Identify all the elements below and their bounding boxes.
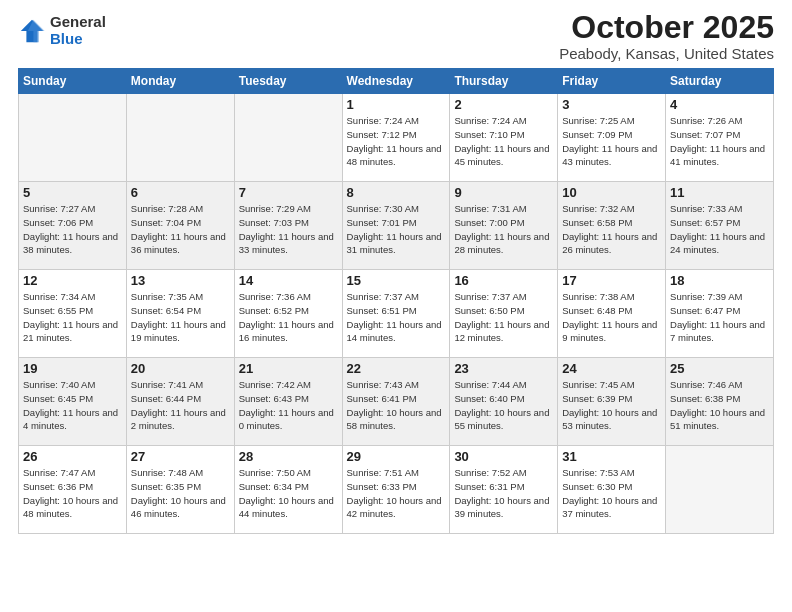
title-block: October 2025 Peabody, Kansas, United Sta… [559,10,774,62]
col-thursday: Thursday [450,69,558,94]
table-row: 6Sunrise: 7:28 AMSunset: 7:04 PMDaylight… [126,182,234,270]
calendar-header-row: Sunday Monday Tuesday Wednesday Thursday… [19,69,774,94]
col-wednesday: Wednesday [342,69,450,94]
logo-blue-text: Blue [50,31,106,48]
day-info: Sunrise: 7:30 AMSunset: 7:01 PMDaylight:… [347,202,446,257]
day-info: Sunrise: 7:38 AMSunset: 6:48 PMDaylight:… [562,290,661,345]
day-info: Sunrise: 7:33 AMSunset: 6:57 PMDaylight:… [670,202,769,257]
location: Peabody, Kansas, United States [559,45,774,62]
day-number: 30 [454,449,553,464]
day-info: Sunrise: 7:31 AMSunset: 7:00 PMDaylight:… [454,202,553,257]
day-number: 21 [239,361,338,376]
day-number: 22 [347,361,446,376]
day-number: 26 [23,449,122,464]
day-number: 11 [670,185,769,200]
day-number: 1 [347,97,446,112]
day-number: 13 [131,273,230,288]
table-row: 21Sunrise: 7:42 AMSunset: 6:43 PMDayligh… [234,358,342,446]
table-row: 8Sunrise: 7:30 AMSunset: 7:01 PMDaylight… [342,182,450,270]
table-row: 18Sunrise: 7:39 AMSunset: 6:47 PMDayligh… [666,270,774,358]
table-row: 10Sunrise: 7:32 AMSunset: 6:58 PMDayligh… [558,182,666,270]
day-number: 4 [670,97,769,112]
day-info: Sunrise: 7:43 AMSunset: 6:41 PMDaylight:… [347,378,446,433]
col-monday: Monday [126,69,234,94]
day-info: Sunrise: 7:41 AMSunset: 6:44 PMDaylight:… [131,378,230,433]
day-number: 8 [347,185,446,200]
day-info: Sunrise: 7:24 AMSunset: 7:10 PMDaylight:… [454,114,553,169]
day-info: Sunrise: 7:50 AMSunset: 6:34 PMDaylight:… [239,466,338,521]
table-row: 1Sunrise: 7:24 AMSunset: 7:12 PMDaylight… [342,94,450,182]
table-row: 24Sunrise: 7:45 AMSunset: 6:39 PMDayligh… [558,358,666,446]
logo-icon [18,17,46,45]
table-row: 28Sunrise: 7:50 AMSunset: 6:34 PMDayligh… [234,446,342,534]
calendar-week-row: 26Sunrise: 7:47 AMSunset: 6:36 PMDayligh… [19,446,774,534]
table-row: 7Sunrise: 7:29 AMSunset: 7:03 PMDaylight… [234,182,342,270]
table-row [666,446,774,534]
day-info: Sunrise: 7:26 AMSunset: 7:07 PMDaylight:… [670,114,769,169]
table-row: 25Sunrise: 7:46 AMSunset: 6:38 PMDayligh… [666,358,774,446]
day-number: 7 [239,185,338,200]
calendar-week-row: 5Sunrise: 7:27 AMSunset: 7:06 PMDaylight… [19,182,774,270]
page: General Blue October 2025 Peabody, Kansa… [0,0,792,612]
day-info: Sunrise: 7:52 AMSunset: 6:31 PMDaylight:… [454,466,553,521]
day-number: 31 [562,449,661,464]
day-info: Sunrise: 7:47 AMSunset: 6:36 PMDaylight:… [23,466,122,521]
day-number: 6 [131,185,230,200]
table-row: 16Sunrise: 7:37 AMSunset: 6:50 PMDayligh… [450,270,558,358]
day-number: 23 [454,361,553,376]
day-info: Sunrise: 7:28 AMSunset: 7:04 PMDaylight:… [131,202,230,257]
day-info: Sunrise: 7:37 AMSunset: 6:51 PMDaylight:… [347,290,446,345]
day-info: Sunrise: 7:48 AMSunset: 6:35 PMDaylight:… [131,466,230,521]
table-row: 29Sunrise: 7:51 AMSunset: 6:33 PMDayligh… [342,446,450,534]
day-info: Sunrise: 7:37 AMSunset: 6:50 PMDaylight:… [454,290,553,345]
day-number: 5 [23,185,122,200]
day-info: Sunrise: 7:44 AMSunset: 6:40 PMDaylight:… [454,378,553,433]
table-row: 23Sunrise: 7:44 AMSunset: 6:40 PMDayligh… [450,358,558,446]
day-info: Sunrise: 7:46 AMSunset: 6:38 PMDaylight:… [670,378,769,433]
table-row: 11Sunrise: 7:33 AMSunset: 6:57 PMDayligh… [666,182,774,270]
table-row [19,94,127,182]
table-row: 3Sunrise: 7:25 AMSunset: 7:09 PMDaylight… [558,94,666,182]
table-row: 14Sunrise: 7:36 AMSunset: 6:52 PMDayligh… [234,270,342,358]
day-number: 2 [454,97,553,112]
day-info: Sunrise: 7:39 AMSunset: 6:47 PMDaylight:… [670,290,769,345]
day-number: 25 [670,361,769,376]
day-number: 17 [562,273,661,288]
day-info: Sunrise: 7:42 AMSunset: 6:43 PMDaylight:… [239,378,338,433]
table-row: 9Sunrise: 7:31 AMSunset: 7:00 PMDaylight… [450,182,558,270]
table-row: 20Sunrise: 7:41 AMSunset: 6:44 PMDayligh… [126,358,234,446]
table-row: 30Sunrise: 7:52 AMSunset: 6:31 PMDayligh… [450,446,558,534]
month-title: October 2025 [559,10,774,45]
table-row: 15Sunrise: 7:37 AMSunset: 6:51 PMDayligh… [342,270,450,358]
day-number: 14 [239,273,338,288]
day-number: 16 [454,273,553,288]
table-row: 26Sunrise: 7:47 AMSunset: 6:36 PMDayligh… [19,446,127,534]
table-row: 4Sunrise: 7:26 AMSunset: 7:07 PMDaylight… [666,94,774,182]
table-row [234,94,342,182]
day-number: 24 [562,361,661,376]
col-sunday: Sunday [19,69,127,94]
day-info: Sunrise: 7:45 AMSunset: 6:39 PMDaylight:… [562,378,661,433]
day-info: Sunrise: 7:24 AMSunset: 7:12 PMDaylight:… [347,114,446,169]
col-saturday: Saturday [666,69,774,94]
day-number: 20 [131,361,230,376]
day-number: 9 [454,185,553,200]
table-row: 13Sunrise: 7:35 AMSunset: 6:54 PMDayligh… [126,270,234,358]
table-row: 27Sunrise: 7:48 AMSunset: 6:35 PMDayligh… [126,446,234,534]
day-number: 15 [347,273,446,288]
table-row: 17Sunrise: 7:38 AMSunset: 6:48 PMDayligh… [558,270,666,358]
day-number: 18 [670,273,769,288]
table-row [126,94,234,182]
day-info: Sunrise: 7:29 AMSunset: 7:03 PMDaylight:… [239,202,338,257]
day-number: 27 [131,449,230,464]
day-number: 10 [562,185,661,200]
calendar-week-row: 12Sunrise: 7:34 AMSunset: 6:55 PMDayligh… [19,270,774,358]
calendar-week-row: 1Sunrise: 7:24 AMSunset: 7:12 PMDaylight… [19,94,774,182]
table-row: 31Sunrise: 7:53 AMSunset: 6:30 PMDayligh… [558,446,666,534]
day-info: Sunrise: 7:34 AMSunset: 6:55 PMDaylight:… [23,290,122,345]
day-number: 19 [23,361,122,376]
logo-text: General Blue [50,14,106,47]
calendar-week-row: 19Sunrise: 7:40 AMSunset: 6:45 PMDayligh… [19,358,774,446]
day-number: 3 [562,97,661,112]
table-row: 2Sunrise: 7:24 AMSunset: 7:10 PMDaylight… [450,94,558,182]
